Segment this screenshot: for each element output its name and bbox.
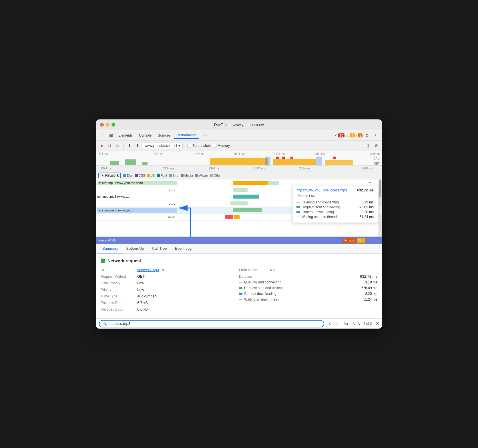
filter-css[interactable]: CSS [135,174,145,177]
info-count[interactable]: 1 [358,133,363,137]
search-input-wrapper[interactable]: 🔍 [99,320,324,327]
settings-icon[interactable]: ⚙ [363,131,371,139]
warn-count[interactable]: 4 [350,133,354,137]
failure-bar-yellow [233,181,268,185]
timing-line-3 [296,217,300,217]
initial-priority-label: Initial Priority [101,281,135,285]
next-match-button[interactable]: ∨ [358,321,361,326]
net-row-failure-label: failure.mp3 (www.youtube.com) [97,181,177,185]
network-collapse-icon[interactable]: ▼ [101,173,104,177]
initial-priority-value: Low [137,281,144,285]
perf-settings-icon[interactable]: ⚙ [373,142,380,149]
info-cache-row: From cache No [239,268,377,272]
filter-js[interactable]: JS [147,174,155,177]
desk-bar2 [234,215,240,219]
network-section-label[interactable]: ▼ Network [98,173,121,178]
error-count[interactable]: 10 [338,133,344,137]
tab-summary[interactable]: Summary [98,244,122,253]
record-button[interactable]: ● [98,142,105,149]
toolbar-divider2 [185,143,185,149]
tooltip-url: https://www.you...io/success.mp3 [296,188,347,192]
tooltip-timing-2: Content downloading 2.20 ms [296,210,374,214]
dur-label-3: Waiting on main thread [239,297,279,301]
match-info: 2 of 2 [363,322,372,326]
failure-bar-green [268,181,279,185]
font-color [157,174,160,177]
parse-html-label: Parse HTML [98,239,116,242]
dur-val-2: 2.20 ms [365,292,377,296]
reload-record-button[interactable]: ↺ [106,142,113,149]
tab-event-log[interactable]: Event Log [171,244,196,253]
clear-button[interactable]: ⊘ [114,142,121,149]
media-color [181,174,184,177]
info-initial-priority-row: Initial Priority Low [101,281,239,285]
summary-title: Network request [101,258,377,263]
network-waterfall[interactable]: failure.mp3 (www.youtube.com) m... ge...… [96,179,382,237]
download-button[interactable]: ⬇ [134,142,141,149]
regex-button[interactable]: .* [334,321,340,326]
traffic-lights [100,123,115,127]
url-label: URL [101,268,135,272]
network-tooltip: https://www.you...io/success.mp3 632.72 … [292,185,378,223]
ruler-mark-0: 494 ms [98,152,139,155]
svg-rect-1 [125,159,136,165]
filter-doc[interactable]: Doc [123,174,133,177]
svg-rect-3 [210,158,268,165]
filter-other[interactable]: Other [210,174,222,177]
timing-rect-1 [296,206,300,208]
tab-call-tree[interactable]: Call Tree [148,244,171,253]
tab-console[interactable]: Console [136,132,154,139]
more-icon[interactable]: ⋮ [372,131,380,139]
screenshots-checkbox[interactable]: Screenshots [188,144,212,148]
case-sensitive-button[interactable]: Aa [342,321,350,326]
tab-sources[interactable]: Sources [155,132,173,139]
cache-label: From cache [239,268,268,272]
filter-font[interactable]: Font [157,174,167,177]
svg-rect-9 [282,157,285,159]
timing-line-0 [296,202,300,203]
info-url-row: URL success.mp3 ↻ [101,268,239,272]
minimize-button[interactable] [106,123,109,127]
priority-label: Priority [101,288,135,292]
prev-match-button[interactable]: ∧ [352,321,355,326]
duration-label: Duration [239,275,268,279]
dur-icon-1 [239,287,242,289]
info-encoded-row: Encoded Data 6.7 kB [101,301,239,305]
search-input[interactable] [109,321,321,326]
clear-search-button[interactable]: ✕ [326,321,333,326]
url-value[interactable]: success.mp3 [137,268,159,272]
filter-wasm[interactable]: Wasm [195,174,208,177]
cursor-icon[interactable]: ⬚ [98,131,106,139]
close-search-button[interactable]: ✕ [375,321,379,326]
search-icon: 🔍 [102,321,107,326]
tab-more[interactable]: >> [200,132,210,139]
filter-img[interactable]: Img [169,174,178,177]
url-selector[interactable]: www.youtube.com #1 ▾ [142,143,183,149]
tab-bottom-up[interactable]: Bottom-Up [122,244,148,253]
tooltip-timing-3: Waiting on main thread 51.24 ms [296,215,374,219]
search-bar: 🔍 ✕ .* Aa ∧ ∨ 2 of 2 ✕ [96,318,382,329]
cpu-chart-svg [96,157,382,166]
svg-rect-4 [273,159,316,165]
filter-media[interactable]: Media [181,174,193,177]
cache-value: No [270,268,275,272]
tab-elements[interactable]: Elements [115,132,136,139]
dur-label-1: Request sent and waiting [239,286,283,290]
tab-performance[interactable]: Performance [174,132,199,139]
svg-rect-11 [333,157,336,159]
upload-button[interactable]: ⬆ [126,142,133,149]
ruler-mark-3: 1994 ms [219,152,259,155]
memory-checkbox[interactable]: Memory [213,144,230,148]
summary-grid: URL success.mp3 ↻ Request Method GET Ini… [101,268,377,314]
net-row-ge-label: ge... [97,188,177,191]
device-icon[interactable]: ▣ [107,131,115,139]
fullscreen-button[interactable] [111,123,115,127]
dur-row-2: Content downloading 2.20 ms [239,292,377,296]
svg-rect-0 [110,161,119,165]
dur-row-1: Request sent and waiting 576.09 ms [239,286,377,290]
url-refresh-icon[interactable]: ↻ [161,268,164,272]
collect-garbage-icon[interactable]: 🗑 [365,142,372,149]
timeline-minimap[interactable]: 494 ms 994 ms 1494 ms 1994 ms 2494 ms 29… [96,151,382,166]
close-button[interactable] [100,123,104,127]
toolbar-divider [124,143,124,149]
